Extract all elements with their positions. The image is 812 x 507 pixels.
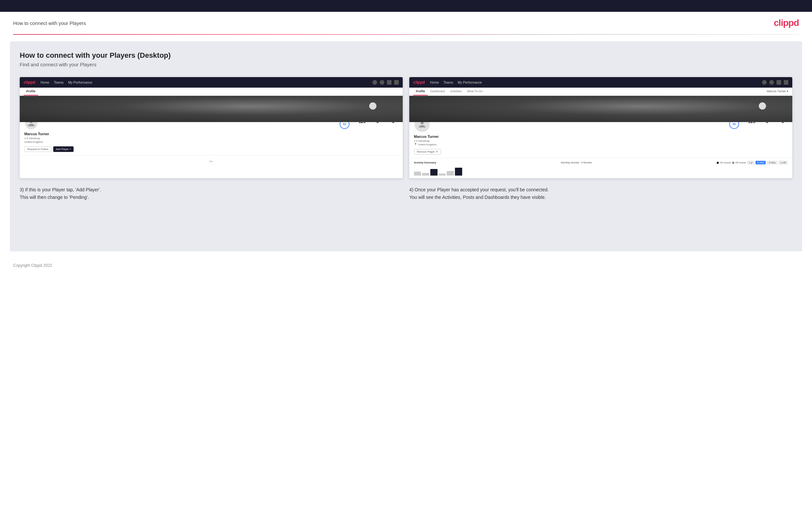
- period-3mths-button[interactable]: 3 mths: [767, 161, 777, 164]
- chart-bar-6: [455, 168, 462, 176]
- activity-period: Monthly Activity · 6 Months: [561, 161, 592, 164]
- left-player-location: United Kingdom: [24, 140, 398, 144]
- activity-header: Activity Summary Monthly Activity · 6 Mo…: [414, 161, 788, 164]
- user-icon[interactable]: [380, 80, 384, 84]
- right-nav-icons: [762, 80, 789, 84]
- left-nav-performance[interactable]: My Performance: [68, 81, 92, 84]
- right-tab-what-to-on[interactable]: What To On: [464, 88, 485, 96]
- left-player-handicap: 1-5 Handicap: [24, 136, 398, 140]
- page-heading: How to connect with your Players (Deskto…: [20, 51, 792, 60]
- clippd-logo: clippd: [774, 18, 799, 28]
- right-settings-icon[interactable]: [776, 80, 781, 84]
- scissors-icon: ✂: [209, 159, 213, 164]
- header: How to connect with your Players clippd: [0, 12, 812, 34]
- page-subheading: Find and connect with your Players: [20, 62, 792, 67]
- left-tabs: Profile: [20, 88, 403, 96]
- right-tab-dashboard[interactable]: Dashboard: [428, 88, 447, 96]
- on-course-dot: [717, 162, 719, 164]
- chart-bar-3: [430, 169, 438, 176]
- left-nav-items: Home Teams My Performance: [40, 81, 372, 84]
- screenshot-right: clippd Home Teams My Performance Profile…: [409, 77, 792, 178]
- chart-bar-2: [422, 173, 429, 176]
- activity-chart: [414, 166, 788, 176]
- golf-ball-right: [759, 102, 766, 110]
- right-nav-items: Home Teams My Performance: [430, 81, 762, 84]
- left-nav-logo: clippd: [23, 80, 35, 84]
- left-nav-icons: [372, 80, 399, 84]
- right-bg-overlay: [409, 96, 792, 122]
- right-activity-summary: Activity Summary Monthly Activity · 6 Mo…: [409, 158, 792, 178]
- left-nav-home[interactable]: Home: [40, 81, 49, 84]
- captions-row: 3) If this is your Player tap, 'Add Play…: [20, 186, 792, 201]
- chart-bar-5: [447, 171, 454, 176]
- chart-bar-4: [439, 174, 446, 176]
- right-tab-profile[interactable]: Profile: [413, 88, 428, 96]
- right-tab-user[interactable]: Marcus Turner ▾: [767, 88, 789, 96]
- left-profile-body: Player Quality 92 Activities 129 Followe…: [20, 122, 403, 155]
- main-content: How to connect with your Players (Deskto…: [10, 41, 802, 251]
- right-nav-logo: clippd: [413, 80, 425, 84]
- search-icon[interactable]: [372, 80, 377, 84]
- footer: Copyright Clippd 2022: [0, 258, 812, 273]
- chart-bar-1: [414, 172, 421, 176]
- caption-right: 4) Once your Player has accepted your re…: [409, 186, 792, 201]
- golf-ball-left: [369, 102, 376, 110]
- left-nav: clippd Home Teams My Performance: [20, 77, 403, 88]
- left-bottom-area: ✂: [20, 155, 403, 167]
- on-course-label: On course: [720, 161, 730, 164]
- header-divider: [13, 34, 799, 35]
- request-follow-button[interactable]: Request to Follow: [24, 146, 51, 152]
- caption-left: 3) If this is your Player tap, 'Add Play…: [20, 186, 403, 201]
- add-player-button[interactable]: Add Player +: [53, 146, 73, 152]
- right-tab-activities[interactable]: Activities: [447, 88, 464, 96]
- right-user-icon[interactable]: [769, 80, 774, 84]
- right-player-name: Marcus Turner: [414, 134, 788, 138]
- right-profile-bg: [409, 96, 792, 122]
- activity-title: Activity Summary: [414, 161, 436, 164]
- settings-icon[interactable]: [387, 80, 392, 84]
- right-nav-teams[interactable]: Teams: [444, 81, 453, 84]
- right-nav: clippd Home Teams My Performance: [409, 77, 792, 88]
- period-1mth-button[interactable]: 1 mth: [778, 161, 788, 164]
- off-course-dot: [732, 162, 734, 164]
- right-nav-home[interactable]: Home: [430, 81, 439, 84]
- right-buttons: Remove Player ✕: [414, 149, 788, 155]
- remove-player-button[interactable]: Remove Player ✕: [414, 149, 441, 155]
- right-search-icon[interactable]: [762, 80, 767, 84]
- screenshot-left: clippd Home Teams My Performance Profile: [20, 77, 403, 178]
- left-nav-teams[interactable]: Teams: [54, 81, 63, 84]
- activity-controls: On course Off course 1 yr 6 mths 3 mths …: [717, 161, 788, 164]
- header-title: How to connect with your Players: [13, 20, 86, 26]
- caption-left-text: 3) If this is your Player tap, 'Add Play…: [20, 186, 403, 201]
- right-player-handicap: 1-5 Handicap: [414, 139, 788, 143]
- left-tab-profile[interactable]: Profile: [23, 88, 38, 96]
- left-buttons: Request to Follow Add Player +: [24, 146, 398, 152]
- menu-icon[interactable]: [394, 80, 399, 84]
- remove-x-icon: ✕: [436, 150, 438, 153]
- period-6mths-button[interactable]: 6 mths: [756, 161, 766, 164]
- right-nav-performance[interactable]: My Performance: [458, 81, 481, 84]
- remove-player-label: Remove Player: [417, 150, 435, 153]
- off-course-label: Off course: [735, 161, 746, 164]
- period-1yr-button[interactable]: 1 yr: [747, 161, 755, 164]
- left-player-name: Marcus Turner: [24, 132, 398, 136]
- right-menu-icon[interactable]: [784, 80, 789, 84]
- top-bar: [0, 0, 812, 12]
- left-bg-overlay: [20, 96, 403, 122]
- right-tabs: Profile Dashboard Activities What To On …: [409, 88, 792, 96]
- right-profile-body: Player Quality 92 Activities 129 Followe…: [409, 122, 792, 158]
- screenshots-row: clippd Home Teams My Performance Profile: [20, 77, 792, 178]
- copyright-text: Copyright Clippd 2022: [13, 263, 52, 268]
- right-player-location: 📍 United Kingdom: [414, 143, 788, 146]
- left-profile-bg: [20, 96, 403, 122]
- caption-right-text: 4) Once your Player has accepted your re…: [409, 186, 792, 201]
